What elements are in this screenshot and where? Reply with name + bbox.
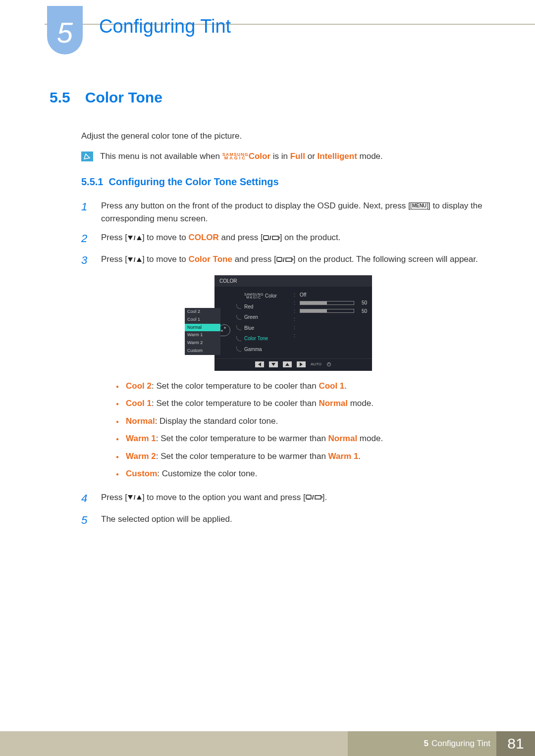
section-heading: 5.5 Color Tone xyxy=(50,89,485,106)
step-2: 2 Press [/] to move to COLOR and press [… xyxy=(81,231,485,247)
svg-text:/: / xyxy=(134,235,136,241)
svg-marker-9 xyxy=(137,257,142,262)
svg-rect-24 xyxy=(307,499,310,500)
svg-rect-23 xyxy=(306,495,311,499)
chapter-badge: 5 xyxy=(47,6,83,54)
svg-rect-13 xyxy=(286,258,292,261)
samsung-magic-logo: SAMSUNGMAGIC xyxy=(222,153,249,160)
osd-menu-items: SAMSUNGMAGIC Color Red Green Blue Color … xyxy=(234,287,294,358)
note-row: This menu is not available when SAMSUNGM… xyxy=(81,151,485,161)
footer-chapter-num: 5 xyxy=(424,739,428,749)
osd-nav-right-icon xyxy=(297,361,306,367)
svg-text:/: / xyxy=(134,495,136,501)
svg-rect-11 xyxy=(278,261,281,262)
svg-rect-3 xyxy=(264,236,268,240)
osd-nav-down-icon xyxy=(269,361,278,367)
chapter-number: 5 xyxy=(57,16,73,49)
footer: 5 Configuring Tint 81 xyxy=(0,731,535,756)
svg-marker-2 xyxy=(137,236,142,240)
down-up-icon: / xyxy=(127,235,142,241)
menu-button-icon: MENU xyxy=(411,202,428,209)
svg-rect-4 xyxy=(265,239,268,240)
note-icon xyxy=(81,151,93,161)
osd-nav-left-icon xyxy=(255,361,264,367)
svg-marker-15 xyxy=(271,363,275,366)
osd-title: COLOR xyxy=(214,275,372,287)
intro-text: Adjust the general color tone of the pic… xyxy=(81,130,485,143)
svg-rect-6 xyxy=(272,236,278,240)
select-source-icon: / xyxy=(276,257,293,263)
step-5: 5 The selected option will be applied. xyxy=(81,513,485,529)
step-4: 4 Press [/] to move to the option you wa… xyxy=(81,491,485,507)
svg-text:/: / xyxy=(134,257,136,263)
svg-marker-17 xyxy=(300,362,303,366)
step-3: 3 Press [/] to move to Color Tone and pr… xyxy=(81,253,485,485)
svg-marker-0 xyxy=(128,236,133,240)
section-number: 5.5 xyxy=(50,89,70,106)
svg-rect-26 xyxy=(315,496,321,499)
osd-nav-bar: AUTO xyxy=(214,358,372,370)
svg-rect-10 xyxy=(277,257,282,261)
down-up-icon: / xyxy=(127,257,142,263)
subsection-heading: 5.5.1 Configuring the Color Tone Setting… xyxy=(81,176,485,188)
svg-marker-20 xyxy=(128,495,133,500)
svg-marker-16 xyxy=(285,363,289,366)
footer-chapter-title: Configuring Tint xyxy=(431,739,490,749)
section-title: Color Tone xyxy=(85,89,162,106)
note-text: This menu is not available when SAMSUNGM… xyxy=(100,151,383,161)
bullet-list: ●Cool 2: Set the color temperature to be… xyxy=(116,380,485,480)
select-source-icon: / xyxy=(263,235,280,241)
svg-marker-7 xyxy=(128,257,133,262)
osd-nav-auto: AUTO xyxy=(311,361,321,367)
chapter-title: Configuring Tint xyxy=(99,16,231,37)
svg-marker-22 xyxy=(137,495,142,500)
osd-screenshot: COLOR SAMSUNGMAGIC Color Red Green Blue … xyxy=(101,275,485,371)
svg-text:/: / xyxy=(312,495,314,501)
osd-values: :Off :50 :50 : : : xyxy=(294,287,372,358)
osd-dropdown: Cool 2 Cool 1 Normal Warm 1 Warm 2 Custo… xyxy=(185,308,220,355)
osd-nav-up-icon xyxy=(283,361,292,367)
svg-text:/: / xyxy=(283,257,285,263)
osd-power-icon xyxy=(326,362,331,367)
step-1: 1 Press any button on the front of the p… xyxy=(81,200,485,226)
down-up-icon: / xyxy=(127,495,142,501)
svg-text:/: / xyxy=(269,235,271,241)
footer-page-number: 81 xyxy=(496,731,535,756)
svg-marker-14 xyxy=(258,362,261,366)
select-source-icon: / xyxy=(306,495,322,501)
